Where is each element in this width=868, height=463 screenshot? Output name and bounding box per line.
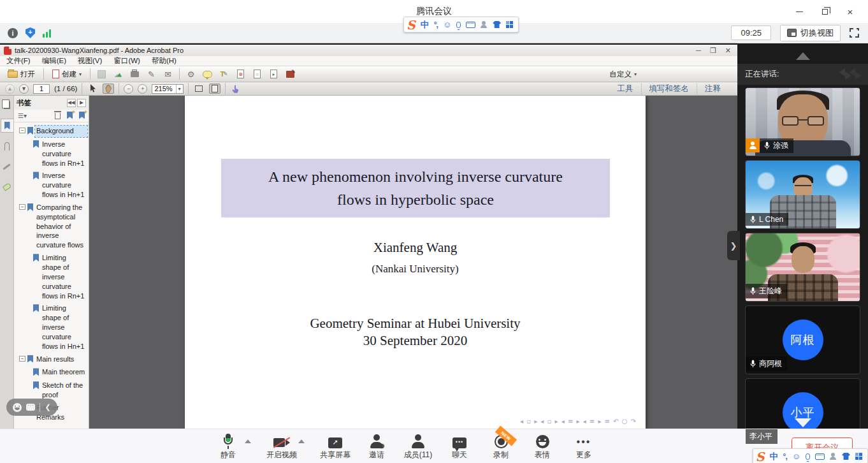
bookmark-item[interactable]: Inverse curvature flows in Hn+1 xyxy=(19,170,87,200)
signatures-icon[interactable] xyxy=(1,159,13,173)
switch-view-button[interactable]: 切换视图 xyxy=(780,25,841,41)
zoom-out-button[interactable]: − xyxy=(124,84,133,94)
email-icon[interactable]: ✉ xyxy=(163,69,173,80)
trash-icon[interactable] xyxy=(55,113,61,119)
bookmark-item[interactable]: Limiting shape of inverse curvature flow… xyxy=(19,303,87,351)
ime-mode-toggle[interactable]: 中 xyxy=(770,451,778,462)
security-shield-icon[interactable] xyxy=(25,27,35,38)
save-icon[interactable] xyxy=(96,69,107,80)
fullscreen-icon[interactable] xyxy=(850,28,859,38)
more-button[interactable]: ••• 更多 xyxy=(567,430,600,462)
zoom-in-button[interactable]: + xyxy=(138,84,147,94)
customize-button[interactable]: 自定义▾ xyxy=(609,70,732,79)
ime-voice-icon[interactable] xyxy=(456,22,461,28)
previous-page-button[interactable]: ▲ xyxy=(5,84,15,94)
fit-width-icon[interactable] xyxy=(193,84,205,94)
bookmark-item[interactable]: Main theorem xyxy=(19,367,87,378)
minimize-button[interactable] xyxy=(786,0,812,23)
meeting-info-icon[interactable]: i xyxy=(8,28,18,38)
ime-punctuation-toggle[interactable]: °, xyxy=(783,452,787,461)
new-bookmark-from-selection-icon[interactable] xyxy=(79,112,85,121)
ime-toolbox-icon[interactable] xyxy=(506,21,513,28)
tags-icon[interactable] xyxy=(1,180,13,194)
comment-bubble-icon[interactable] xyxy=(202,69,213,80)
menu-edit[interactable]: 编辑(E) xyxy=(42,56,66,66)
document-area[interactable]: A new phenomenon involving inverse curva… xyxy=(89,96,737,429)
sogou-logo-icon[interactable]: S xyxy=(407,18,416,32)
participant-tile[interactable]: L Chen xyxy=(745,160,860,229)
create-button[interactable]: 创建▾ xyxy=(50,68,84,80)
ime-emoji-icon[interactable]: ☺ xyxy=(443,20,451,29)
menu-help[interactable]: 帮助(H) xyxy=(152,56,177,66)
emoji-button[interactable]: 表情 xyxy=(526,430,559,462)
menu-window[interactable]: 窗口(W) xyxy=(113,56,140,66)
ime-keyboard-icon[interactable] xyxy=(466,22,475,28)
start-video-button[interactable]: 开启视频 xyxy=(265,430,298,462)
bookmark-back-button[interactable]: ◀◀ xyxy=(67,99,76,107)
bookmarks-panel-icon[interactable] xyxy=(1,119,13,133)
participant-tile[interactable]: 阿根 商阿根 xyxy=(745,305,860,374)
menu-view[interactable]: 视图(V) xyxy=(78,56,102,66)
upload-cloud-icon[interactable]: ☁▲ xyxy=(113,69,124,80)
mute-button[interactable]: 静音 xyxy=(212,430,245,462)
ime-skin-icon[interactable] xyxy=(842,453,850,460)
sogou-logo-icon[interactable]: S xyxy=(756,450,765,463)
ime-account-icon[interactable] xyxy=(481,21,488,28)
chat-button[interactable]: 聊天 xyxy=(443,430,476,462)
gear-icon[interactable]: ⚙ xyxy=(185,69,196,80)
acrobat-restore-button[interactable]: ❒ xyxy=(710,47,716,54)
ime-keyboard-icon[interactable] xyxy=(815,453,825,460)
stamp-icon[interactable]: ✎ xyxy=(285,69,296,80)
maximize-button[interactable] xyxy=(812,0,837,23)
print-icon[interactable] xyxy=(129,69,140,80)
beamer-navigation-bar[interactable]: ◂ ▫ ▸ ◂ ▫ ▸ ◂ ≡ ▸ ◂ ≡ ▸ ≡ ↶ ○ ↷ xyxy=(520,418,637,425)
scroll-up-arrow[interactable] xyxy=(796,52,810,60)
bookmark-item[interactable]: −Background xyxy=(19,126,87,137)
tab-fill-sign[interactable]: 填写和签名 xyxy=(641,84,697,94)
open-button[interactable]: 打开 xyxy=(5,68,38,80)
pdf-page[interactable]: A new phenomenon involving inverse curva… xyxy=(185,96,646,429)
bookmark-forward-button[interactable]: ▶ xyxy=(77,99,86,107)
ime-punctuation-toggle[interactable]: °, xyxy=(434,20,438,29)
select-tool-icon[interactable] xyxy=(87,84,98,94)
acrobat-minimize-button[interactable]: ─ xyxy=(696,47,701,54)
touch-mode-icon[interactable] xyxy=(230,84,242,94)
share-screen-button[interactable]: 共享屏幕 xyxy=(319,430,352,462)
ime-skin-icon[interactable] xyxy=(493,21,501,28)
record-button[interactable]: NEW 录制 xyxy=(484,430,517,462)
scroll-down-arrow[interactable] xyxy=(795,418,811,427)
attachments-icon[interactable] xyxy=(1,139,13,153)
tab-tools[interactable]: 工具 xyxy=(610,84,641,94)
reaction-smiley-icon[interactable] xyxy=(13,403,22,412)
participant-tile[interactable]: 王险峰 xyxy=(745,233,860,302)
ime-voice-icon[interactable] xyxy=(806,453,810,460)
extract-pages-icon[interactable]: ○ xyxy=(252,69,263,80)
bookmark-item[interactable]: Inverse curvature flows in Rn+1 xyxy=(19,139,87,169)
zoom-level-select[interactable]: 215%▾ xyxy=(152,84,183,94)
hand-tool-icon[interactable] xyxy=(103,84,114,94)
next-page-button[interactable]: ▼ xyxy=(19,84,29,94)
sign-pen-icon[interactable]: ✎ xyxy=(146,69,157,80)
new-bookmark-icon[interactable] xyxy=(67,112,73,121)
menu-file[interactable]: 文件(F) xyxy=(6,56,31,66)
bookmark-item[interactable]: −Comparing the asymptotical behavior of … xyxy=(19,202,87,251)
close-button[interactable]: × xyxy=(837,0,863,23)
ime-toolbox-icon[interactable] xyxy=(855,453,862,460)
page-thumbnails-icon[interactable] xyxy=(1,98,13,112)
highlight-icon[interactable]: T✎ xyxy=(219,69,229,80)
acrobat-titlebar[interactable]: talk-20200930-WangXianfeng.pdf - Adobe A… xyxy=(0,45,737,56)
network-signal-icon[interactable] xyxy=(43,29,51,38)
tab-comment[interactable]: 注释 xyxy=(697,84,728,94)
ime-mode-toggle[interactable]: 中 xyxy=(421,19,429,31)
export-pages-icon[interactable]: ▸ xyxy=(268,69,279,80)
page-number-input[interactable] xyxy=(33,84,50,94)
invite-button[interactable]: + 邀请 xyxy=(360,430,393,462)
members-button[interactable]: 成员(11) xyxy=(401,430,435,462)
fit-page-icon[interactable] xyxy=(209,84,221,94)
delete-pages-icon[interactable]: ⊗ xyxy=(235,69,246,80)
bookmark-options-icon[interactable]: ☰▾ xyxy=(18,112,27,119)
camera-options-arrow[interactable] xyxy=(298,439,305,443)
reaction-chat-icon[interactable] xyxy=(26,404,35,411)
bookmark-item[interactable]: Limiting shape of inverse curvature flow… xyxy=(19,253,87,301)
participant-tile[interactable]: 涂强 xyxy=(745,87,860,156)
